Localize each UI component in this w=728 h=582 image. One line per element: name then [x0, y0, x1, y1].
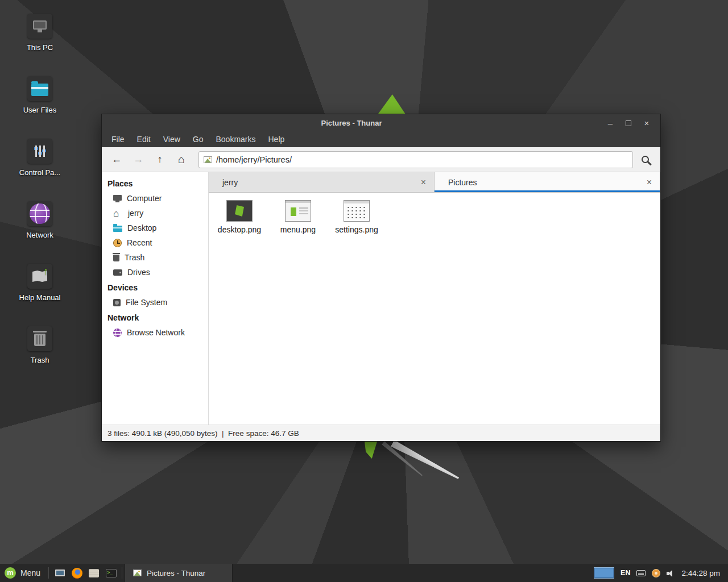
menu-bookmarks[interactable]: Bookmarks — [209, 131, 262, 147]
update-manager-icon[interactable] — [652, 569, 660, 577]
sidebar-section-devices: Devices — [102, 280, 208, 295]
sidebar-item-desktop[interactable]: Desktop — [102, 221, 208, 235]
desktop-icon-trash[interactable]: Trash — [0, 326, 80, 379]
file-settings-png[interactable]: settings.png — [332, 200, 382, 234]
menu-file[interactable]: File — [105, 131, 131, 147]
desktop-png-thumbnail — [226, 200, 253, 222]
sidebar-item-label: File System — [126, 298, 167, 307]
desktop-icon-label: User Files — [23, 106, 57, 114]
terminal-icon — [106, 569, 117, 577]
menu-button[interactable]: Menu — [0, 564, 46, 582]
clock[interactable]: 2:44:28 pm — [681, 569, 722, 577]
taskbar-separator — [48, 567, 49, 579]
file-pane: jerry × Pictures × desktop.png — [209, 172, 660, 425]
sidebar-section-network: Network — [102, 310, 208, 325]
terminal-launcher[interactable] — [102, 564, 119, 582]
current-path: /home/jerry/Pictures/ — [216, 155, 292, 164]
show-desktop-icon — [55, 569, 65, 576]
screen: This PC User Files Control Pa... Network… — [0, 0, 728, 582]
tab-label: Pictures — [448, 178, 643, 187]
window-title: Pictures - Thunar — [102, 119, 601, 127]
file-view: desktop.png menu.png — [209, 193, 660, 425]
sidebar-item-label: Desktop — [127, 223, 156, 232]
file-manager-icon — [89, 569, 99, 577]
file-manager-launcher[interactable] — [85, 564, 102, 582]
tab-bar: jerry × Pictures × — [209, 172, 660, 193]
filesystem-icon — [113, 299, 121, 306]
settings-png-thumbnail — [344, 200, 370, 222]
maximize-button[interactable] — [622, 119, 635, 127]
window-controls: – × — [601, 119, 660, 127]
computer-icon — [113, 195, 122, 201]
sidebar-item-label: Browse Network — [127, 328, 185, 337]
mint-logo-fragment-bottom — [365, 442, 377, 459]
file-name: settings.png — [335, 225, 378, 234]
sidebar-item-label: Trash — [125, 253, 144, 262]
file-name: desktop.png — [218, 225, 261, 234]
tab-pictures[interactable]: Pictures × — [435, 172, 660, 192]
search-icon — [642, 156, 649, 163]
sidebar-section-places: Places — [102, 176, 208, 191]
tab-close-icon[interactable]: × — [643, 177, 655, 188]
globe-shape — [30, 203, 50, 224]
minimize-button[interactable]: – — [604, 119, 617, 127]
tab-jerry[interactable]: jerry × — [209, 172, 435, 192]
menu-png-thumbnail — [285, 200, 311, 222]
desktop-icon-user-files[interactable]: User Files — [0, 76, 80, 128]
titlebar[interactable]: Pictures - Thunar – × — [102, 114, 660, 131]
file-menu-png[interactable]: menu.png — [273, 200, 323, 234]
computer-icon — [27, 14, 52, 39]
keyboard-language-indicator[interactable]: EN — [621, 569, 630, 577]
desktop-icon-help-manual[interactable]: Help Manual — [0, 264, 80, 316]
menu-edit[interactable]: Edit — [131, 131, 157, 147]
search-button[interactable] — [634, 151, 656, 169]
drive-icon — [113, 269, 122, 276]
task-button-label: Pictures - Thunar — [147, 569, 205, 577]
firefox-launcher[interactable] — [68, 564, 85, 582]
sidebar-item-trash[interactable]: Trash — [102, 250, 208, 265]
thumb-lines-shape — [299, 207, 308, 209]
volume-icon[interactable] — [667, 569, 675, 577]
home-icon — [113, 209, 123, 218]
desktop-icon-label: Trash — [31, 356, 49, 364]
workspace-switcher[interactable] — [594, 567, 614, 579]
firefox-icon — [72, 568, 82, 579]
desktop-icon-column: This PC User Files Control Pa... Network… — [0, 14, 80, 379]
folder-icon — [27, 76, 52, 101]
sidebar-item-browse-network[interactable]: Browse Network — [102, 325, 208, 340]
desktop-icon-label: This PC — [27, 43, 53, 52]
back-button[interactable] — [106, 151, 127, 169]
mint-menu-icon — [5, 567, 16, 579]
keyboard-layout-icon[interactable] — [636, 570, 646, 576]
path-bar[interactable]: /home/jerry/Pictures/ — [198, 151, 633, 168]
toolbar: /home/jerry/Pictures/ — [102, 147, 660, 172]
close-button[interactable]: × — [640, 119, 653, 127]
network-globe-icon — [27, 201, 52, 226]
up-button[interactable] — [150, 151, 170, 169]
taskbar-window-button[interactable]: Pictures - Thunar — [125, 564, 233, 582]
sidebar-item-label: Recent — [127, 238, 152, 247]
sidebar-item-file-system[interactable]: File System — [102, 295, 208, 310]
mint-logo-fragment-top — [373, 94, 407, 116]
sidebar-item-label: Computer — [127, 194, 162, 203]
sidebar-item-drives[interactable]: Drives — [102, 265, 208, 280]
thumb-logo-shape — [291, 207, 296, 216]
forward-button[interactable] — [128, 151, 148, 169]
sidebar-item-home[interactable]: jerry — [102, 206, 208, 221]
folder-icon — [113, 226, 122, 232]
desktop-icon-this-pc[interactable]: This PC — [0, 14, 80, 66]
thunar-task-icon — [133, 569, 142, 576]
desktop-icon-control-panel[interactable]: Control Pa... — [0, 139, 80, 191]
desktop-icon-network[interactable]: Network — [0, 201, 80, 253]
tab-close-icon[interactable]: × — [417, 177, 429, 188]
file-name: menu.png — [280, 225, 316, 234]
menu-view[interactable]: View — [157, 131, 187, 147]
menu-help[interactable]: Help — [262, 131, 291, 147]
menu-go[interactable]: Go — [187, 131, 210, 147]
desktop-icon-label: Control Pa... — [19, 168, 60, 177]
sidebar-item-recent[interactable]: Recent — [102, 235, 208, 250]
show-desktop-button[interactable] — [51, 564, 68, 582]
file-desktop-png[interactable]: desktop.png — [214, 200, 264, 234]
home-button[interactable] — [171, 151, 192, 169]
sidebar-item-computer[interactable]: Computer — [102, 191, 208, 206]
